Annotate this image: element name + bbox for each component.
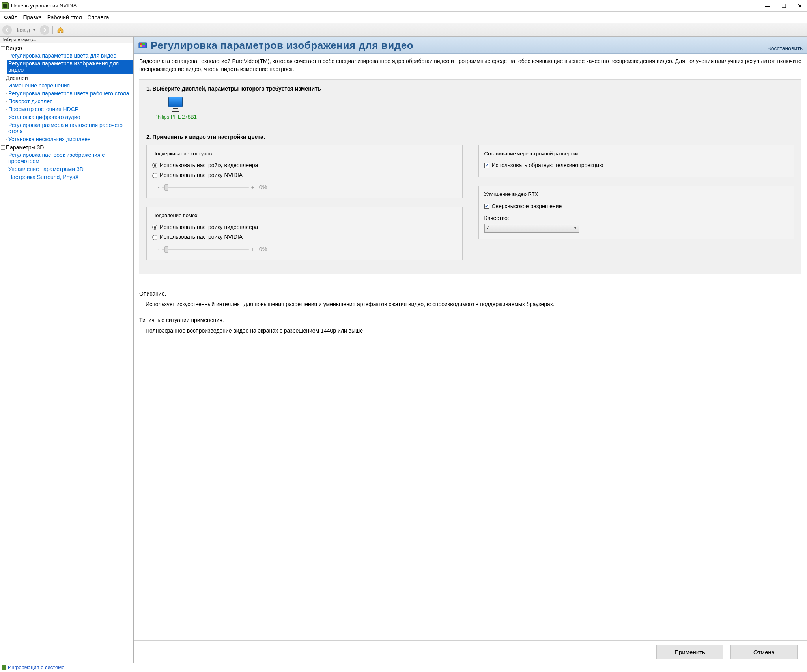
monitor-stand — [172, 111, 179, 112]
deinterlace-group: Сглаживание чересстрочной развертки Испо… — [478, 145, 795, 177]
svg-rect-1 — [140, 43, 142, 45]
tree-item-multiple-displays[interactable]: Установка нескольких дисплеев — [7, 135, 133, 143]
tree-item-video-color[interactable]: Регулировка параметров цвета для видео — [7, 52, 133, 60]
menu-edit[interactable]: Правка — [21, 13, 44, 21]
tree-group-display[interactable]: − Дисплей — [1, 74, 133, 82]
checkbox-label: Сверхвысокое разрешение — [492, 203, 562, 210]
nvidia-icon — [2, 665, 6, 670]
edge-radio-player[interactable]: Использовать настройку видеоплеера — [152, 160, 457, 171]
slider-track[interactable] — [162, 249, 249, 250]
menu-bar: Файл Правка Рабочий стол Справка — [0, 12, 807, 23]
maximize-button[interactable]: ☐ — [781, 3, 786, 9]
step2-heading: 2. Применить к видео эти настройки цвета… — [146, 133, 794, 141]
checkbox-icon — [484, 204, 489, 209]
forward-button[interactable] — [40, 25, 49, 35]
button-bar: Применить Отмена — [134, 640, 807, 663]
group-title: Подавление помех — [152, 212, 457, 219]
app-icon — [2, 2, 9, 9]
title-bar: Панель управления NVIDIA — ☐ ✕ — [0, 0, 807, 12]
slider-min: - — [158, 246, 160, 253]
noise-radio-player[interactable]: Использовать настройку видеоплеера — [152, 222, 457, 233]
radio-icon — [152, 173, 157, 178]
monitor-icon — [168, 97, 183, 107]
tree-item-desktop-size-position[interactable]: Регулировка размера и положения рабочего… — [7, 121, 133, 135]
slider-value: 0% — [259, 246, 267, 253]
tree-item-video-image[interactable]: Регулировка параметров изображения для в… — [7, 60, 133, 74]
slider-track[interactable] — [162, 187, 249, 188]
page-header: Регулировка параметров изображения для в… — [134, 37, 807, 54]
tree-item-rotate-display[interactable]: Поворот дисплея — [7, 97, 133, 105]
tree-item-change-resolution[interactable]: Изменение разрешения — [7, 82, 133, 89]
combo-value: 4 — [487, 225, 490, 232]
usecases-text: Полноэкранное воспроизведение видео на э… — [146, 327, 801, 335]
tree-group-video[interactable]: − Видео — [1, 45, 133, 52]
group-title: Улучшение видео RTX — [484, 191, 789, 198]
collapse-icon[interactable]: − — [1, 76, 5, 80]
tree-group-label: Параметры 3D — [6, 144, 44, 151]
tree-group-3d[interactable]: − Параметры 3D — [1, 144, 133, 151]
quality-combobox[interactable]: 4 ▾ — [484, 224, 579, 233]
slider-value: 0% — [259, 184, 267, 192]
back-button[interactable] — [2, 25, 12, 35]
display-tile[interactable]: Philips PHL 278B1 — [154, 97, 197, 121]
slider-max: + — [251, 184, 254, 192]
svg-rect-2 — [142, 43, 145, 45]
system-info-link[interactable]: Информация о системе — [8, 665, 65, 670]
noise-slider: - + 0% — [158, 246, 457, 253]
toolbar-separator — [52, 26, 53, 34]
menu-help[interactable]: Справка — [85, 13, 112, 21]
content-pane: Регулировка параметров изображения для в… — [134, 37, 807, 663]
group-title: Сглаживание чересстрочной развертки — [484, 150, 789, 157]
tree-item-3d-preview[interactable]: Регулировка настроек изображения с просм… — [7, 151, 133, 165]
task-tree: − Видео Регулировка параметров цвета для… — [0, 43, 133, 183]
svg-rect-3 — [140, 45, 142, 47]
inverse-telecine-checkbox[interactable]: Использовать обратную телекинопроекцию — [484, 160, 789, 171]
tree-item-manage-3d[interactable]: Управление параметрами 3D — [7, 165, 133, 173]
quality-label: Качество: — [484, 214, 789, 222]
home-button[interactable] — [56, 26, 65, 34]
apply-button[interactable]: Применить — [656, 645, 723, 659]
svg-rect-4 — [142, 45, 145, 47]
super-resolution-checkbox[interactable]: Сверхвысокое разрешение — [484, 201, 789, 212]
slider-thumb[interactable] — [164, 184, 168, 191]
window-title: Панель управления NVIDIA — [11, 3, 765, 9]
checkbox-icon — [484, 163, 489, 168]
collapse-icon[interactable]: − — [1, 46, 5, 50]
close-button[interactable]: ✕ — [798, 3, 802, 9]
tree-group-label: Дисплей — [6, 75, 28, 81]
radio-icon — [152, 163, 157, 168]
rtx-enhancement-group: Улучшение видео RTX Сверхвысокое разреше… — [478, 186, 795, 239]
settings-panel: 1. Выберите дисплей, параметры которого … — [139, 79, 801, 274]
chevron-down-icon: ▾ — [574, 225, 576, 231]
edge-radio-nvidia[interactable]: Использовать настройку NVIDIA — [152, 170, 457, 181]
collapse-icon[interactable]: − — [1, 145, 5, 150]
slider-thumb[interactable] — [164, 246, 168, 253]
display-name: Philips PHL 278B1 — [154, 114, 197, 121]
group-title: Подчеркивание контуров — [152, 150, 457, 157]
checkbox-label: Использовать обратную телекинопроекцию — [492, 162, 603, 169]
edge-enhancement-group: Подчеркивание контуров Использовать наст… — [146, 145, 463, 198]
noise-radio-nvidia[interactable]: Использовать настройку NVIDIA — [152, 232, 457, 242]
tree-item-hdcp-status[interactable]: Просмотр состояния HDCP — [7, 105, 133, 113]
cancel-button[interactable]: Отмена — [730, 645, 798, 659]
description-heading: Описание. — [139, 290, 801, 298]
tree-group-label: Видео — [6, 45, 22, 51]
sidebar-header: Выберите задачу... — [0, 37, 133, 43]
intro-text: Видеоплата оснащена технологией PureVide… — [139, 58, 801, 73]
restore-defaults-link[interactable]: Восстановить — [767, 45, 803, 52]
radio-label: Использовать настройку видеоплеера — [160, 223, 258, 231]
tree-item-desktop-color[interactable]: Регулировка параметров цвета рабочего ст… — [7, 89, 133, 97]
tree-item-surround-physx[interactable]: Настройка Surround, PhysX — [7, 173, 133, 181]
menu-desktop[interactable]: Рабочий стол — [45, 13, 84, 21]
menu-file[interactable]: Файл — [2, 13, 20, 21]
minimize-button[interactable]: — — [765, 3, 770, 9]
page-header-icon — [138, 41, 148, 50]
page-title: Регулировка параметров изображения для в… — [151, 39, 413, 52]
usecases-heading: Типичные ситуации применения. — [139, 316, 801, 324]
slider-min: - — [158, 184, 160, 192]
slider-max: + — [251, 246, 254, 253]
edge-slider: - + 0% — [158, 184, 457, 192]
tree-item-digital-audio[interactable]: Установка цифрового аудио — [7, 113, 133, 121]
step1-heading: 1. Выберите дисплей, параметры которого … — [146, 85, 794, 93]
back-history-dropdown[interactable]: ▼ — [32, 28, 36, 32]
